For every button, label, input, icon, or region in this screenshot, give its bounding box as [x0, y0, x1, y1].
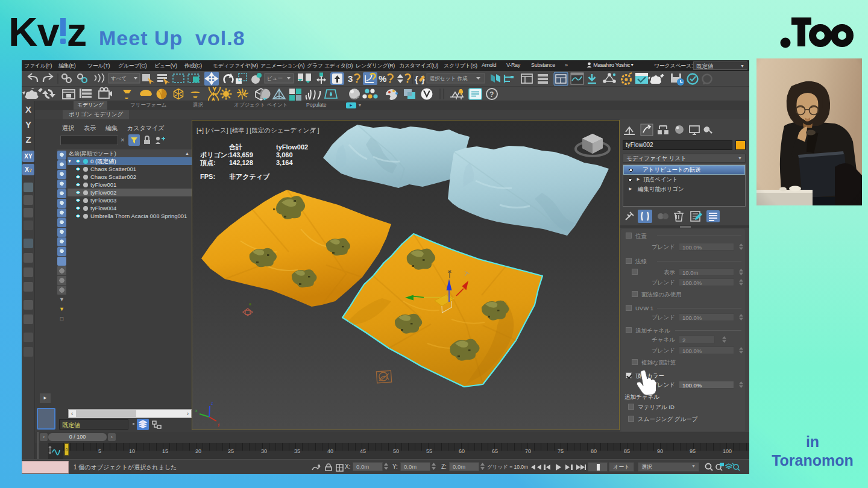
svg-text:%: % [379, 74, 386, 84]
svg-text:z: z [211, 401, 213, 405]
svg-text:3: 3 [348, 74, 353, 84]
svg-text:頂点:: 頂点: [200, 159, 216, 167]
svg-text:{: { [415, 74, 418, 84]
svg-text:合計: 合計 [228, 143, 242, 151]
svg-text:すべて: すべて [111, 75, 127, 81]
svg-text:x: x [195, 408, 198, 413]
svg-text:選択セット 作成: 選択セット 作成 [430, 75, 468, 81]
svg-text:ポリゴン:: ポリゴン: [200, 151, 230, 158]
svg-text:非アクティブ: 非アクティブ [229, 173, 270, 180]
svg-text:?: ? [489, 90, 494, 99]
svg-text:3,164: 3,164 [276, 159, 293, 166]
svg-text:3,060: 3,060 [276, 151, 293, 158]
svg-text:ビュー: ビュー [267, 75, 283, 81]
svg-text:[+] [パース] [標準 ] [既定のシェーディング ]: [+] [パース] [標準 ] [既定のシェーディング ] [197, 127, 319, 134]
svg-text:FPS:: FPS: [200, 173, 215, 180]
svg-text:y: y [218, 422, 220, 427]
svg-text:142,128: 142,128 [229, 159, 253, 166]
svg-text:tyFlow002: tyFlow002 [276, 143, 308, 151]
svg-text:143,659: 143,659 [229, 151, 253, 158]
